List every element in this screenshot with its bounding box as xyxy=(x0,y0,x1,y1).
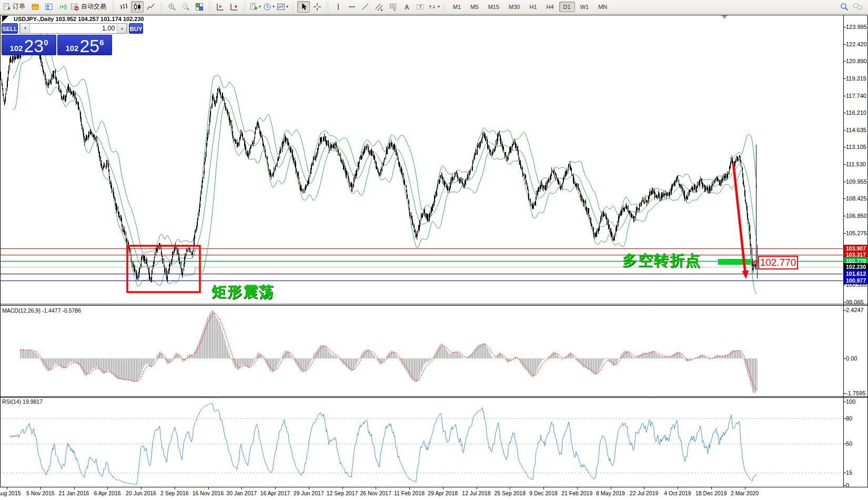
timeframe-h1-button[interactable]: H1 xyxy=(525,2,541,12)
bid-prefix: 102 xyxy=(9,43,23,53)
timeframe-group: M1M5M15M30H1H4D1W1MN xyxy=(448,2,612,12)
chart-canvas[interactable] xyxy=(0,0,868,500)
new-order-icon xyxy=(2,3,11,11)
bid-pip-digit: 0 xyxy=(44,39,48,46)
indicators-add-icon xyxy=(249,3,258,11)
chart-candles-button[interactable] xyxy=(131,1,144,13)
toolbar-grip[interactable] xyxy=(326,2,329,12)
text-button[interactable]: A xyxy=(400,1,413,13)
timeframe-mn-button[interactable]: MN xyxy=(594,2,611,12)
autotrading-button[interactable]: 自动交易 xyxy=(70,1,109,13)
new-order-label: 订单 xyxy=(11,2,27,11)
toolbar-grip[interactable] xyxy=(112,2,115,12)
candles-chart-icon xyxy=(133,3,142,11)
one-click-trade-panel: SELL ▾ ▴ BUY 102 23 0 102 25 6 xyxy=(2,23,112,55)
search-icon xyxy=(840,2,849,12)
signals-icon xyxy=(58,3,67,11)
pivot-annotation-text[interactable]: 多空转折点 xyxy=(622,251,701,271)
templates-button[interactable]: ▾ xyxy=(276,1,289,13)
toolbar-grip[interactable] xyxy=(243,2,246,12)
ask-price-display[interactable]: 102 25 6 xyxy=(57,35,112,55)
fibonacci-icon: F xyxy=(389,3,397,11)
toolbar-grip[interactable] xyxy=(443,2,446,12)
chart-autoscroll-icon xyxy=(230,3,238,11)
price-callout-label[interactable]: 102.770 xyxy=(758,256,798,269)
timeframe-m5-button[interactable]: M5 xyxy=(466,2,482,12)
volume-increase-button[interactable]: ▴ xyxy=(117,24,127,33)
text-icon: A xyxy=(402,3,411,11)
new-order-button[interactable]: 订单 xyxy=(2,1,28,13)
svg-text:A: A xyxy=(405,3,409,11)
periods-button[interactable]: ▾ xyxy=(263,1,275,13)
svg-text:F: F xyxy=(394,8,396,11)
text-label-icon: T xyxy=(416,3,425,11)
dropdown-caret-icon: ▾ xyxy=(438,4,440,9)
dropdown-caret-icon: ▾ xyxy=(259,4,261,9)
volume-control: ▾ ▴ xyxy=(19,23,127,34)
line-chart-icon xyxy=(147,3,155,11)
tile-windows-button[interactable] xyxy=(193,1,206,13)
navigator-icon xyxy=(45,3,53,11)
horizontal-line-button[interactable] xyxy=(346,1,358,13)
sell-button[interactable]: SELL xyxy=(2,23,18,34)
chat-button[interactable] xyxy=(852,1,864,13)
arrows-button[interactable]: ▾ xyxy=(428,1,440,13)
main-toolbar: 订单 自动交易 ▾ ▾ ▾ E F A T ▾ M1M5M15M30H1H4D1… xyxy=(0,0,868,14)
bid-price-display[interactable]: 102 23 0 xyxy=(2,35,56,55)
chart-bars-button[interactable] xyxy=(117,1,130,13)
cursor-button[interactable] xyxy=(297,1,310,13)
timeframe-m30-button[interactable]: M30 xyxy=(504,2,524,12)
zoom-in-icon xyxy=(168,3,176,11)
macd-indicator-label: MACD(12,26,9) -1.4477 -0.5786 xyxy=(2,307,81,314)
autotrading-icon xyxy=(70,3,79,11)
vertical-line-icon xyxy=(334,3,342,11)
fibonacci-button[interactable]: F xyxy=(387,1,399,13)
bid-main-digits: 23 xyxy=(24,38,44,53)
zoom-out-button[interactable] xyxy=(179,1,192,13)
trendline-icon xyxy=(361,3,370,11)
ask-main-digits: 25 xyxy=(79,38,99,53)
chart-shift-button[interactable] xyxy=(214,1,227,13)
chart-autoscroll-button[interactable] xyxy=(228,1,240,13)
rsi-indicator-label: RSI(14) 19.9817 xyxy=(2,398,43,405)
chart-line-button[interactable] xyxy=(145,1,157,13)
buy-button[interactable]: BUY xyxy=(129,23,143,34)
timeframe-w1-button[interactable]: W1 xyxy=(576,2,593,12)
toolbar-grip[interactable] xyxy=(160,2,163,12)
toolbar-grip[interactable] xyxy=(291,2,295,12)
signals-button[interactable] xyxy=(56,1,69,13)
price-tag: 100.977 xyxy=(844,277,868,284)
dropdown-caret-icon: ▾ xyxy=(286,4,288,9)
profiles-button[interactable] xyxy=(29,1,42,13)
channel-button[interactable]: E xyxy=(373,1,386,13)
indicators-button[interactable]: ▾ xyxy=(249,1,261,13)
cursor-icon xyxy=(299,3,308,11)
rectangle-annotation-text[interactable]: 矩形震荡 xyxy=(211,282,275,302)
price-tag: 101.612 xyxy=(844,270,868,277)
profiles-icon xyxy=(31,3,39,11)
zoom-in-button[interactable] xyxy=(166,1,178,13)
horizontal-line-icon xyxy=(348,3,356,11)
trendline-button[interactable] xyxy=(359,1,372,13)
volume-input[interactable] xyxy=(30,24,117,33)
timeframe-h4-button[interactable]: H4 xyxy=(542,2,558,12)
chart-shift-icon xyxy=(216,3,225,11)
timeframe-d1-button[interactable]: D1 xyxy=(559,2,575,12)
templates-icon xyxy=(277,3,285,11)
bars-chart-icon xyxy=(119,3,128,11)
text-label-button[interactable]: T xyxy=(414,1,427,13)
navigator-button[interactable] xyxy=(43,1,55,13)
volume-decrease-button[interactable]: ▾ xyxy=(20,24,30,33)
timeframe-m15-button[interactable]: M15 xyxy=(484,2,503,12)
chat-icon xyxy=(853,2,863,12)
timeframe-m1-button[interactable]: M1 xyxy=(449,2,465,12)
channel-icon: E xyxy=(375,3,383,11)
ask-prefix: 102 xyxy=(65,43,78,53)
crosshair-button[interactable] xyxy=(311,1,324,13)
price-tag: 102.230 xyxy=(844,263,868,271)
zoom-out-icon xyxy=(181,3,190,11)
vertical-line-button[interactable] xyxy=(332,1,345,13)
toolbar-grip[interactable] xyxy=(208,2,211,12)
svg-text:T: T xyxy=(419,4,422,9)
search-button[interactable] xyxy=(838,1,851,13)
